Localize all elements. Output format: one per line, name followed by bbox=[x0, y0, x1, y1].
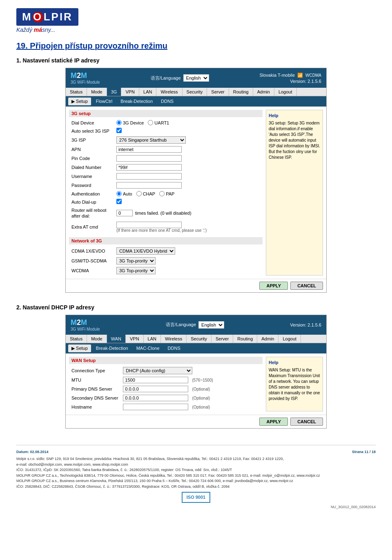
network-section-header: Network of 3G bbox=[69, 237, 263, 244]
nav2-admin[interactable]: Admin bbox=[257, 335, 278, 343]
cb-autodialup[interactable] bbox=[116, 199, 122, 204]
input-password[interactable] bbox=[116, 182, 182, 189]
panel2-content: WAN Setup Connection Type DHCP (Auto con… bbox=[66, 353, 326, 415]
panel1-info: Slovakia T-mobile 📶 WCDMA Version: 2.1.5… bbox=[259, 73, 321, 84]
nav-vpn[interactable]: VPN bbox=[121, 88, 139, 96]
radio-uart1[interactable]: UART1 bbox=[148, 120, 169, 125]
label-pdns: Primary DNS Server bbox=[69, 384, 120, 393]
label-wcdma: WCDMA bbox=[69, 266, 114, 276]
nav2-mode[interactable]: Mode bbox=[87, 335, 107, 343]
nav2-wireless[interactable]: Wireless bbox=[161, 335, 187, 343]
nav-status[interactable]: Status bbox=[66, 88, 87, 96]
3g-section-header: 3G setup bbox=[69, 110, 263, 117]
panel1-subnav: ▶ Setup FlowCtrl Break-Detection DDNS bbox=[66, 96, 326, 107]
footer-group2: MOLPIR GROUP CZ a.s., Business centrum K… bbox=[16, 478, 376, 484]
panel1-signal: 📶 bbox=[297, 73, 303, 78]
nav-3g[interactable]: 3G bbox=[107, 88, 122, 96]
panel1-lang-select[interactable]: English bbox=[183, 74, 209, 82]
input-apn[interactable] bbox=[116, 146, 182, 153]
panel1-cancel-button[interactable]: CANCEL bbox=[290, 282, 323, 290]
input-reboot[interactable] bbox=[116, 210, 133, 216]
select-cdma[interactable]: CDMA 1X/EVDO Hybrid bbox=[116, 247, 175, 255]
sdns-note: (Optional) bbox=[192, 396, 210, 400]
panel1-brand: M2M 3G WiFi Module bbox=[71, 71, 100, 84]
subnav1-setup[interactable]: ▶ Setup bbox=[68, 98, 91, 105]
select-gsm[interactable]: 3G Top-prority bbox=[116, 257, 156, 264]
nav2-logout[interactable]: Logout bbox=[278, 335, 301, 343]
label-hostname: Hostname bbox=[69, 402, 120, 411]
input-sdns[interactable] bbox=[123, 395, 188, 401]
nav2-wan[interactable]: WAN bbox=[107, 335, 126, 343]
panel2-lang-label: 语言/Language bbox=[166, 322, 196, 328]
subnav2-ddns[interactable]: DDNS bbox=[165, 344, 184, 352]
row-sdns: Secondary DNS Server (Optional) bbox=[69, 393, 263, 402]
nav2-server[interactable]: Server bbox=[212, 335, 233, 343]
input-dialed[interactable] bbox=[116, 164, 182, 171]
label-gsm: GSM/TD-SCDMA bbox=[69, 256, 114, 266]
panel1-lang-label: 语言/Language bbox=[151, 75, 181, 81]
panel2-help: Help WAN Setup: MTU is the Maximum Trans… bbox=[266, 357, 323, 411]
section1-title: 1. Nastavení statické IP adresy bbox=[16, 57, 376, 64]
panel1-help-title: Help bbox=[269, 113, 320, 119]
label-dial-device: Dial Device bbox=[69, 119, 114, 127]
panel2-apply-button[interactable]: APPLY bbox=[259, 418, 288, 426]
nav2-routing[interactable]: Routing bbox=[233, 335, 257, 343]
nav-routing[interactable]: Routing bbox=[229, 88, 253, 96]
panel2-version: Version: 2.1.5.6 bbox=[290, 322, 321, 327]
input-extraat[interactable] bbox=[116, 222, 182, 228]
radio-auto[interactable]: Auto bbox=[116, 191, 132, 196]
row-gsm: GSM/TD-SCDMA 3G Top-prority bbox=[69, 256, 263, 266]
nav-admin[interactable]: Admin bbox=[253, 88, 274, 96]
panel2-brand: M2M 3G WiFi Module bbox=[71, 318, 100, 331]
cb-auto-isp[interactable] bbox=[116, 128, 122, 133]
input-pin[interactable] bbox=[116, 155, 182, 162]
nav-lan[interactable]: LAN bbox=[139, 88, 156, 96]
nav2-vpn[interactable]: VPN bbox=[126, 335, 144, 343]
radio-3g-device[interactable]: 3G Device bbox=[116, 120, 144, 125]
panel1-apply-button[interactable]: APPLY bbox=[259, 282, 288, 290]
logo-o: O bbox=[33, 12, 43, 22]
panel2-brand-subtitle: 3G WiFi Module bbox=[71, 327, 100, 331]
panel2-btn-row: APPLY CANCEL bbox=[66, 415, 326, 428]
input-username[interactable] bbox=[116, 173, 182, 180]
select-wcdma[interactable]: 3G Top-prority bbox=[116, 267, 156, 274]
wan-section-header: WAN Setup bbox=[69, 357, 263, 364]
label-conn-type: Connection Type bbox=[69, 366, 120, 376]
nav-logout[interactable]: Logout bbox=[274, 88, 297, 96]
subnav1-flowctrl[interactable]: FlowCtrl bbox=[93, 98, 116, 105]
nav2-status[interactable]: Status bbox=[66, 335, 87, 343]
radio-chap[interactable]: CHAP bbox=[136, 191, 156, 196]
panel2-lang-select[interactable]: English bbox=[198, 321, 224, 329]
nav2-security[interactable]: Security bbox=[187, 335, 212, 343]
select-conn-type[interactable]: DHCP (Auto config) bbox=[123, 367, 192, 374]
nav-mode[interactable]: Mode bbox=[87, 88, 107, 96]
subnav1-ddns[interactable]: DDNS bbox=[158, 98, 177, 105]
nav2-lan[interactable]: LAN bbox=[144, 335, 161, 343]
panel2-subnav: ▶ Setup Break-Detection MAC-Clone DDNS bbox=[66, 343, 326, 353]
panel1-header: M2M 3G WiFi Module 语言/Language English S… bbox=[66, 68, 326, 88]
input-pdns[interactable] bbox=[123, 386, 188, 392]
footer: Datum: 02.08.2014 Strana 11 / 18 Molpir … bbox=[16, 445, 376, 510]
extraat-note: (If there are more then one AT cmd, plea… bbox=[116, 228, 260, 233]
subnav2-break[interactable]: Break-Detection bbox=[93, 344, 131, 352]
nav-wireless[interactable]: Wireless bbox=[156, 88, 182, 96]
row-mtu: MTU (576~1500) bbox=[69, 376, 263, 384]
label-password: Password bbox=[69, 181, 114, 190]
panel2-cancel-button[interactable]: CANCEL bbox=[290, 418, 323, 426]
wan-form-table: Connection Type DHCP (Auto config) MTU (… bbox=[69, 366, 263, 411]
label-cdma: CDMA 1X/EVDO bbox=[69, 246, 114, 256]
subnav1-break[interactable]: Break-Detection bbox=[117, 98, 156, 105]
select-3g-isp[interactable]: 276 Singapore Starthub bbox=[116, 136, 186, 144]
panel1-help: Help 3G setup: Setup 3G modem dial infor… bbox=[266, 110, 323, 276]
nav-server[interactable]: Server bbox=[207, 88, 229, 96]
subnav2-setup[interactable]: ▶ Setup bbox=[68, 344, 91, 352]
panel2-header: M2M 3G WiFi Module 语言/Language English V… bbox=[66, 315, 326, 335]
radio-pap[interactable]: PAP bbox=[159, 191, 174, 196]
subnav2-mac[interactable]: MAC-Clone bbox=[133, 344, 163, 352]
row-pdns: Primary DNS Server (Optional) bbox=[69, 384, 263, 393]
label-autodialup: Auto Dial-up bbox=[69, 198, 114, 206]
input-mtu[interactable] bbox=[123, 377, 188, 383]
input-hostname[interactable] bbox=[123, 404, 188, 410]
hostname-note: (Optional) bbox=[192, 405, 210, 409]
nav-security[interactable]: Security bbox=[183, 88, 207, 96]
